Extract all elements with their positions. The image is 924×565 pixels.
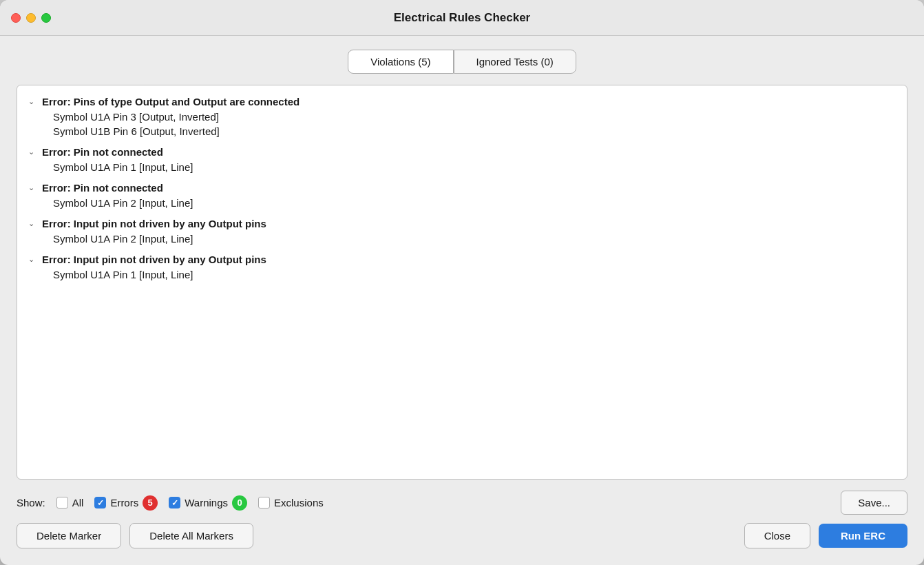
filter-all: All: [56, 497, 84, 508]
violation-child-5-1[interactable]: Symbol U1A Pin 1 [Input, Line]: [28, 267, 896, 282]
violation-group-1: ⌄ Error: Pins of type Output and Output …: [28, 94, 896, 138]
window-title: Electrical Rules Checker: [394, 11, 530, 25]
violation-header-4[interactable]: ⌄ Error: Input pin not driven by any Out…: [28, 216, 896, 232]
tab-bar: Violations (5) Ignored Tests (0): [17, 50, 907, 74]
violation-group-2: ⌄ Error: Pin not connected Symbol U1A Pi…: [28, 144, 896, 174]
errors-count-badge: 5: [143, 495, 158, 511]
violation-group-4: ⌄ Error: Input pin not driven by any Out…: [28, 216, 896, 246]
all-label: All: [72, 497, 84, 508]
violation-title-5: Error: Input pin not driven by any Outpu…: [42, 254, 266, 265]
violation-child-3-1[interactable]: Symbol U1A Pin 2 [Input, Line]: [28, 196, 896, 210]
show-label: Show:: [17, 497, 45, 508]
traffic-lights: [11, 13, 51, 23]
warnings-checkbox[interactable]: [169, 497, 180, 508]
violation-title-1: Error: Pins of type Output and Output ar…: [42, 96, 300, 107]
errors-label: Errors: [110, 497, 138, 508]
delete-all-markers-button[interactable]: Delete All Markers: [129, 523, 253, 548]
maximize-button[interactable]: [41, 13, 51, 23]
filter-errors: Errors 5: [94, 495, 158, 511]
delete-marker-button[interactable]: Delete Marker: [17, 523, 121, 548]
chevron-icon-1: ⌄: [28, 97, 38, 106]
violation-child-4-1[interactable]: Symbol U1A Pin 2 [Input, Line]: [28, 232, 896, 246]
violation-header-5[interactable]: ⌄ Error: Input pin not driven by any Out…: [28, 251, 896, 267]
run-erc-button[interactable]: Run ERC: [819, 524, 907, 548]
save-button[interactable]: Save...: [841, 491, 907, 515]
bottom-bar: Show: All Errors 5 Warnings 0: [17, 491, 907, 554]
all-checkbox[interactable]: [56, 497, 68, 508]
violation-header-2[interactable]: ⌄ Error: Pin not connected: [28, 144, 896, 160]
minimize-button[interactable]: [26, 13, 36, 23]
warnings-label: Warnings: [185, 497, 228, 508]
tab-violations[interactable]: Violations (5): [348, 50, 453, 74]
show-row: Show: All Errors 5 Warnings 0: [17, 491, 907, 515]
chevron-icon-4: ⌄: [28, 219, 38, 228]
filter-exclusions: Exclusions: [258, 497, 324, 508]
exclusions-checkbox[interactable]: [258, 497, 270, 508]
close-button[interactable]: [11, 13, 21, 23]
action-row: Delete Marker Delete All Markers Close R…: [17, 523, 907, 548]
violation-header-3[interactable]: ⌄ Error: Pin not connected: [28, 180, 896, 196]
close-button[interactable]: Close: [744, 523, 810, 548]
violation-group-5: ⌄ Error: Input pin not driven by any Out…: [28, 251, 896, 282]
warnings-count-badge: 0: [232, 495, 247, 511]
errors-checkbox[interactable]: [94, 497, 106, 508]
titlebar: Electrical Rules Checker: [0, 0, 924, 36]
violation-title-2: Error: Pin not connected: [42, 146, 163, 158]
violation-title-3: Error: Pin not connected: [42, 182, 163, 194]
violation-child-1-2[interactable]: Symbol U1B Pin 6 [Output, Inverted]: [28, 124, 896, 138]
tab-ignored-tests[interactable]: Ignored Tests (0): [454, 50, 576, 74]
content-area: Violations (5) Ignored Tests (0) ⌄ Error…: [0, 36, 924, 565]
filter-warnings: Warnings 0: [169, 495, 247, 511]
chevron-icon-3: ⌄: [28, 183, 38, 192]
violation-child-1-1[interactable]: Symbol U1A Pin 3 [Output, Inverted]: [28, 110, 896, 124]
violation-title-4: Error: Input pin not driven by any Outpu…: [42, 218, 266, 229]
chevron-icon-5: ⌄: [28, 255, 38, 264]
main-window: Electrical Rules Checker Violations (5) …: [0, 0, 924, 565]
violation-group-3: ⌄ Error: Pin not connected Symbol U1A Pi…: [28, 180, 896, 210]
exclusions-label: Exclusions: [274, 497, 324, 508]
violation-child-2-1[interactable]: Symbol U1A Pin 1 [Input, Line]: [28, 160, 896, 174]
violation-header-1[interactable]: ⌄ Error: Pins of type Output and Output …: [28, 94, 896, 110]
violations-panel: ⌄ Error: Pins of type Output and Output …: [17, 85, 907, 480]
chevron-icon-2: ⌄: [28, 147, 38, 156]
